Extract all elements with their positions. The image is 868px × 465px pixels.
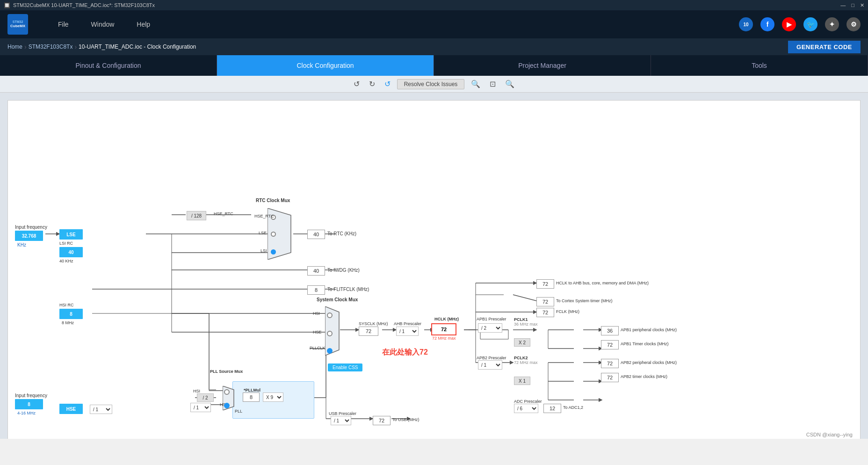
hse-pll-div-select[interactable]: / 1 — [190, 403, 211, 412]
network-icon[interactable]: ✦ — [825, 17, 839, 31]
to-rtc-val[interactable]: 40 — [307, 230, 325, 239]
sys-mux-radio-hse[interactable] — [327, 331, 333, 336]
hsi-block[interactable]: 8 — [59, 309, 83, 319]
usb-prescaler-select[interactable]: / 1 / 1.5 — [331, 416, 351, 425]
pll-src-radio-hsi[interactable] — [224, 389, 230, 395]
div2-block: / 2 — [197, 393, 214, 402]
adc-prescaler-label: ADC Prescaler — [514, 399, 542, 404]
pll-x9-select[interactable]: X 9 X 2 X 3 — [263, 392, 283, 402]
hclk-input[interactable]: 72 — [431, 323, 456, 335]
toolbar: ↺ ↻ ↺ Resolve Clock Issues 🔍 ⊡ 🔍 — [0, 76, 868, 93]
pll-mul-val[interactable]: 8 — [243, 392, 260, 402]
maximize-btn[interactable]: □ — [851, 2, 854, 8]
resolve-clock-button[interactable]: Resolve Clock Issues — [397, 79, 465, 89]
apb1-timer-val[interactable]: 72 — [601, 340, 619, 349]
hse-rtc-mux-label: HSE_RTC — [254, 214, 274, 218]
tab-project[interactable]: Project Manager — [434, 55, 651, 76]
tab-pinout[interactable]: Pinout & Configuration — [0, 55, 217, 76]
hse-freq-input[interactable]: 8 — [15, 399, 43, 409]
input-freq-lse-label: Input frequency — [15, 225, 47, 230]
rtc-mux-label: RTC Clock Mux — [256, 198, 290, 203]
facebook-icon[interactable]: f — [760, 17, 774, 31]
usb-prescaler-label: USB Prescaler — [329, 411, 356, 416]
sys-mux-radio-hsi[interactable] — [327, 312, 333, 318]
enable-css-button[interactable]: Enable CSS — [328, 363, 362, 371]
hse-mux-label: HSE — [313, 330, 322, 334]
hclk-max-label: 72 MHz max — [432, 336, 456, 341]
logo-text: STM32 CubeMX — [10, 20, 25, 29]
generate-code-button[interactable]: GENERATE CODE — [788, 41, 861, 53]
hse-block[interactable]: HSE — [59, 404, 83, 414]
titlebar-title: STM32CubeMX 10-UART_TIME_ADC.ioc*: STM32… — [13, 2, 155, 8]
close-btn[interactable]: ✕ — [860, 2, 864, 8]
breadcrumb-current: 10-UART_TIME_ADC.ioc - Clock Configurati… — [79, 44, 196, 50]
menu-file[interactable]: File — [47, 17, 80, 32]
settings-icon[interactable]: ⚙ — [846, 17, 861, 31]
to-iwdg-val[interactable]: 40 — [307, 266, 325, 276]
fit-button[interactable]: ⊡ — [487, 79, 499, 89]
lsi-block[interactable]: 40 — [59, 247, 83, 257]
ahb-prescaler-label: AHB Prescaler — [394, 321, 421, 326]
to-usb-label: To USB (MHz) — [392, 417, 420, 422]
adc-val[interactable]: 12 — [543, 404, 561, 413]
rtc-mux-radio-lsi[interactable] — [271, 249, 276, 254]
minimize-btn[interactable]: — — [840, 2, 846, 8]
apb2-timer-label: APB2 timer clocks (MHz) — [621, 374, 667, 379]
sysclk-val[interactable]: 72 — [359, 327, 378, 336]
menubar: STM32 CubeMX File Window Help 10 f ▶ 🐦 ✦… — [0, 10, 868, 38]
to-ahb-val[interactable]: 72 — [536, 279, 554, 289]
apb1-periph-val[interactable]: 36 — [601, 326, 619, 335]
lse-block[interactable]: LSE — [59, 229, 83, 240]
pllclk-mux-label: PLLCLK — [310, 346, 326, 350]
apb2-periph-val[interactable]: 72 — [601, 359, 619, 368]
titlebar-left: 🔲 STM32CubeMX 10-UART_TIME_ADC.ioc*: STM… — [4, 2, 155, 8]
zoom-out-button[interactable]: 🔍 — [502, 79, 517, 89]
redo-button[interactable]: ↻ — [366, 79, 378, 89]
hse-div1-select[interactable]: / 1 / 2 — [90, 405, 112, 414]
hse-unit-label: 4-16 MHz — [17, 411, 36, 415]
apb2-timer-val[interactable]: 72 — [601, 373, 619, 382]
zoom-in-button[interactable]: 🔍 — [468, 79, 483, 89]
watermark: CSDN @xiang--ying — [806, 432, 853, 437]
tab-clock[interactable]: Clock Configuration — [217, 55, 434, 76]
apb2-prescaler-select[interactable]: / 1 / 2 — [478, 360, 502, 370]
social-icons: 10 f ▶ 🐦 ✦ ⚙ — [739, 17, 861, 31]
tab-tools[interactable]: Tools — [651, 55, 868, 76]
pll-source-mux-label: PLL Source Mux — [210, 369, 243, 374]
ahb-prescaler-select[interactable]: / 1 — [396, 327, 419, 336]
adc-prescaler-select[interactable]: / 6 / 2 / 4 / 8 — [514, 404, 538, 413]
pclk2-max-label: 72 MHz max — [514, 360, 538, 365]
menu-help[interactable]: Help — [125, 17, 161, 32]
pclk1-max-label: 36 MHz max — [514, 322, 538, 327]
to-flit-val[interactable]: 8 — [307, 285, 325, 295]
to-ahb-label: HCLK to AHB bus, core, memory and DMA (M… — [556, 281, 649, 285]
to-cortex-val[interactable]: 72 — [536, 297, 554, 306]
apb1-x2-block: X 2 — [514, 338, 530, 347]
pll-label: PLL — [235, 409, 242, 414]
sys-mux-radio-pll[interactable] — [327, 348, 333, 354]
rtc-mux-radio-lse[interactable] — [271, 232, 276, 237]
annotation-chinese: 在此处输入72 — [382, 348, 428, 357]
lse-unit-label: KHz — [17, 242, 26, 247]
lsi-mux-label: LSI — [260, 248, 267, 253]
apb1-prescaler-select[interactable]: / 2 / 1 / 4 — [478, 323, 502, 333]
pll-src-radio-hse[interactable] — [224, 403, 230, 408]
menu-window[interactable]: Window — [80, 17, 126, 32]
sysclk-label: SYSCLK (MHz) — [359, 321, 388, 326]
refresh-button[interactable]: ↺ — [382, 79, 393, 89]
hsi-rc-label-text: HSI RC — [59, 303, 74, 307]
lse-freq-input[interactable]: 32.768 — [15, 231, 43, 241]
fclk-val[interactable]: 72 — [536, 308, 554, 317]
to-usb-val[interactable]: 72 — [373, 416, 391, 425]
hsi-unit-label: 8 MHz — [62, 320, 74, 325]
app-icon: 🔲 — [4, 2, 10, 8]
breadcrumb-sep1: › — [24, 43, 27, 51]
youtube-icon[interactable]: ▶ — [782, 17, 796, 31]
hsi-mux-label: HSI — [313, 311, 320, 316]
breadcrumb-home[interactable]: Home — [7, 44, 22, 50]
breadcrumb-device[interactable]: STM32F103C8Tx — [29, 44, 73, 50]
twitter-icon[interactable]: 🐦 — [803, 17, 817, 31]
hclk-label: HCLK (MHz) — [434, 317, 459, 321]
div128-block: / 128 — [187, 211, 206, 220]
undo-button[interactable]: ↺ — [351, 79, 362, 89]
